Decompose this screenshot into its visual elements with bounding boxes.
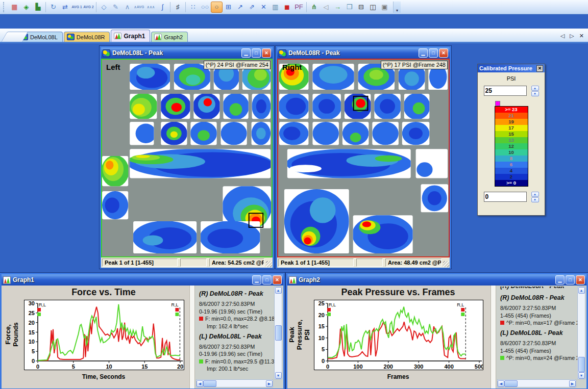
vertical-scrollbar[interactable]: ▲ ▼	[274, 287, 282, 379]
tab-close-button[interactable]: ✕	[579, 33, 584, 39]
scrollbar-thumb[interactable]	[203, 380, 216, 387]
toolbar-overflow-icon[interactable]: ▾	[393, 2, 401, 13]
pressure-map-left[interactable]	[102, 60, 272, 256]
video-tripod-icon[interactable]: ⋔	[308, 2, 320, 13]
average-2-icon[interactable]: AVG 2	[83, 2, 94, 13]
scrollbar-thumb[interactable]	[504, 380, 518, 387]
window-graph2: Graph2 ▁ □ ✕ Peak Pressure vs. Frames Pe…	[286, 273, 588, 389]
pressure-max-input[interactable]	[484, 86, 527, 96]
multi-peak-icon[interactable]: ∧∧∧	[145, 2, 157, 13]
copy-frames-icon[interactable]: ❒	[344, 2, 355, 13]
maximize-button[interactable]: □	[566, 275, 575, 284]
left-window-titlebar[interactable]: DeMoL08L - Peak ▁ □ ✕	[101, 47, 273, 59]
split-horizontal-icon[interactable]: ⊟	[355, 2, 367, 13]
minimize-button[interactable]: ▁	[555, 275, 565, 284]
scroll-right-icon[interactable]: ▶	[569, 380, 576, 387]
swap-windows-icon[interactable]: ⇄	[59, 2, 71, 13]
scroll-up-icon[interactable]: ▲	[275, 287, 282, 294]
tab-graph1[interactable]: Graph1	[111, 30, 150, 42]
scroll-down-icon[interactable]: ▼	[275, 372, 282, 379]
feet-pair-icon[interactable]: ○○	[199, 2, 211, 13]
foot-outline-icon[interactable]: ∷	[187, 2, 199, 13]
scrollbar-thumb[interactable]	[275, 325, 282, 341]
sensor-grid-icon[interactable]: ♯	[172, 2, 184, 13]
close-button[interactable]: ✕	[262, 48, 271, 58]
right-window-statusbar: Peak 1 of 1 [1-455] Area: 48.49 cm2 @Pea…	[277, 257, 450, 268]
quad-view-icon[interactable]: ⊞	[223, 2, 234, 13]
close-button[interactable]: ✕	[576, 275, 585, 284]
integral-icon[interactable]: ∫	[157, 2, 168, 13]
resize-grip[interactable]	[266, 261, 272, 267]
trend-chart-icon[interactable]: ↗	[234, 2, 246, 13]
graph2-titlebar[interactable]: Graph2 ▁ □ ✕	[287, 274, 586, 286]
close-button[interactable]: ✕	[273, 275, 282, 284]
scroll-left-icon[interactable]: ◀	[498, 380, 504, 387]
peak-average-icon[interactable]: ∧AVG	[133, 2, 145, 13]
right-pressure-map-area: Right (^P) 17 PSI @Frame 248	[277, 59, 450, 257]
toolbar-grip[interactable]	[3, 2, 6, 12]
nav-diamond-icon[interactable]: ◇	[98, 2, 110, 13]
horizontal-scrollbar[interactable]: ◀ ▶	[497, 379, 576, 387]
legend-date: 8/6/2007 3:27:50.83PM	[199, 344, 272, 350]
pane-splitter[interactable]	[491, 286, 496, 388]
spinner-down-icon[interactable]: ▼	[531, 197, 539, 202]
split-vertical-icon[interactable]: ◫	[367, 2, 379, 13]
spinner-down-icon[interactable]: ▼	[531, 91, 539, 96]
rotate-icon[interactable]: ↻	[47, 2, 59, 13]
svg-text:15: 15	[318, 323, 325, 329]
pressure-map-right[interactable]	[278, 60, 449, 256]
zoom-trend-icon[interactable]: ⇗	[246, 2, 258, 13]
vertical-scrollbar[interactable]: ▲ ▼	[577, 287, 585, 379]
tab-scroll-right-button[interactable]: ▷	[570, 33, 574, 39]
right-window-titlebar[interactable]: DeMoL08R - Peak ▁ □ ✕	[277, 47, 450, 59]
scroll-right-icon[interactable]: ▶	[266, 380, 273, 387]
svg-text:R,L: R,L	[171, 302, 178, 307]
right-peak-overlay: (^P) 17 PSI @Frame 248	[381, 61, 448, 69]
max-spinner: ▲ ▼	[531, 86, 539, 96]
force-time-chart[interactable]: 05101520253005101520R,LR,L	[24, 300, 184, 370]
histogram-icon[interactable]: ▙	[32, 2, 44, 13]
tab-scroll-left-button[interactable]: ◁	[560, 33, 565, 39]
paintbrush-icon[interactable]: ✎	[110, 2, 121, 13]
horizontal-scrollbar[interactable]: ◀ ▶	[196, 379, 273, 387]
series-marker	[500, 356, 504, 360]
calibration-target-icon[interactable]: ◈	[20, 2, 32, 13]
column-report-icon[interactable]: ▥	[270, 2, 281, 13]
resize-grip[interactable]	[443, 261, 449, 267]
peak-icon[interactable]: ∧	[121, 2, 133, 13]
minimize-button[interactable]: ▁	[252, 275, 261, 284]
graph2-xlabel: Frames	[314, 373, 482, 380]
scroll-left-icon[interactable]: ◀	[197, 380, 203, 387]
pane-splitter[interactable]	[189, 286, 195, 388]
spinner-up-icon[interactable]: ▲	[531, 86, 539, 91]
svg-text:30: 30	[29, 300, 35, 306]
scrollbar-thumb[interactable]	[578, 357, 585, 372]
maximize-button[interactable]: □	[252, 48, 261, 58]
minimize-button[interactable]: ▁	[241, 48, 251, 58]
pressure-min-input[interactable]	[484, 192, 527, 202]
average-1-icon[interactable]: AVG 1	[71, 2, 83, 13]
strikeout-tool-icon[interactable]: ✕	[258, 2, 270, 13]
maximize-button[interactable]: □	[262, 275, 272, 284]
svg-text:25: 25	[318, 300, 325, 306]
tab-demol08r[interactable]: DeMoL08R	[64, 32, 110, 42]
scroll-down-icon[interactable]: ▼	[578, 372, 585, 379]
tab-graph2[interactable]: Graph2	[151, 32, 188, 42]
video-camera-icon[interactable]: ◁	[320, 2, 332, 13]
minimize-button[interactable]: ▁	[419, 48, 428, 58]
color-legend-icon[interactable]: ▦	[9, 2, 20, 13]
screen-capture-icon[interactable]: ▣	[379, 2, 390, 13]
scroll-up-icon[interactable]: ▲	[578, 287, 585, 294]
maximize-button[interactable]: □	[429, 48, 438, 58]
spinner-up-icon[interactable]: ▲	[531, 192, 539, 197]
frame-advance-icon[interactable]: →	[332, 2, 344, 13]
peak-pressure-chart[interactable]: 05101520250100200300400500R,LR,L	[314, 300, 483, 370]
close-button[interactable]: ✕	[439, 48, 448, 58]
pf-overlay-icon[interactable]: PF	[293, 2, 305, 13]
active-foot-icon[interactable]: ○	[211, 2, 223, 13]
movie-export-icon[interactable]: ◼	[281, 2, 293, 13]
close-icon[interactable]: ✕	[536, 65, 543, 72]
graph1-titlebar[interactable]: Graph1 ▁ □ ✕	[2, 274, 283, 286]
calibration-titlebar[interactable]: Calibrated Pressure ✕	[478, 64, 545, 72]
scale-band: 6	[495, 162, 528, 168]
